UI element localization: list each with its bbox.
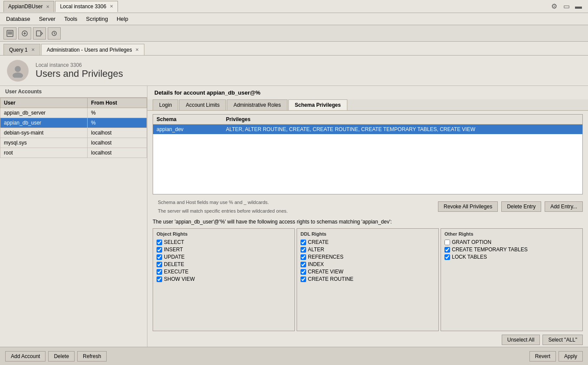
close-tab-appiandbuser[interactable]: ✕ <box>46 4 49 9</box>
revert-btn[interactable]: Revert <box>529 351 556 362</box>
other-rights-group: Other Rights GRANT OPTIONCREATE TEMPORAR… <box>441 228 583 331</box>
toolbar-btn-3[interactable] <box>33 27 46 39</box>
checkbox-grant-option[interactable] <box>444 240 450 245</box>
user-table-row[interactable]: appian_db_server% <box>0 108 147 118</box>
rights-groups: Object Rights SELECTINSERTUPDATEDELETEEX… <box>147 227 588 333</box>
host-cell: % <box>88 108 147 118</box>
menu-server[interactable]: Server <box>35 14 60 23</box>
checkbox-references[interactable] <box>301 254 306 260</box>
revoke-all-btn[interactable]: Revoke All Privileges <box>438 201 498 212</box>
add-account-btn[interactable]: Add Account <box>5 351 46 362</box>
ddl-rights-item[interactable]: INDEX <box>301 261 435 267</box>
inner-tab-account-limits[interactable]: Account Limits <box>179 99 226 110</box>
col-user: User <box>0 98 88 108</box>
access-note: The user 'appian_db_user'@'%' will have … <box>147 217 588 227</box>
window-icon[interactable]: ▬ <box>572 0 585 13</box>
schema-table-body: appian_devALTER, ALTER ROUTINE, CREATE, … <box>153 125 582 194</box>
delete-btn[interactable]: Delete <box>48 351 75 362</box>
checkbox-index[interactable] <box>301 262 306 267</box>
subtab-query1[interactable]: Query 1 ✕ <box>3 44 40 55</box>
ddl-rights-item[interactable]: CREATE <box>301 239 435 245</box>
page-header: Local instance 3306 Users and Privileges <box>0 56 588 86</box>
object-rights-item[interactable]: SELECT <box>157 239 291 245</box>
privileges-cell: ALTER, ALTER ROUTINE, CREATE, CREATE ROU… <box>222 125 582 134</box>
object-rights-item[interactable]: SHOW VIEW <box>157 276 291 282</box>
user-cell: mysql.sys <box>0 138 88 148</box>
details-header: Details for account appian_db_user@% <box>147 86 588 99</box>
menu-tools[interactable]: Tools <box>60 14 82 23</box>
close-admin[interactable]: ✕ <box>135 47 139 52</box>
schema-table: Schema Privileges <box>153 115 582 125</box>
close-query1[interactable]: ✕ <box>31 47 35 52</box>
panel-icon[interactable]: ▭ <box>560 0 572 13</box>
title-bar: AppianDBUser ✕ Local instance 3306 ✕ ⚙ ▭… <box>0 0 588 13</box>
menu-bar: Database Server Tools Scripting Help <box>0 13 588 25</box>
checkbox-create-temporary-tables[interactable] <box>444 247 450 253</box>
other-rights-item[interactable]: CREATE TEMPORARY TABLES <box>444 247 579 253</box>
checkbox-select[interactable] <box>157 240 162 245</box>
object-rights-item[interactable]: UPDATE <box>157 254 291 260</box>
user-table-row[interactable]: appian_db_user% <box>0 118 147 128</box>
col-host: From Host <box>88 98 147 108</box>
ddl-rights-item[interactable]: ALTER <box>301 247 435 253</box>
delete-entry-btn[interactable]: Delete Entry <box>501 201 541 212</box>
schema-data-table: appian_devALTER, ALTER ROUTINE, CREATE, … <box>153 125 582 134</box>
checkbox-show-view[interactable] <box>157 276 162 282</box>
user-table-row[interactable]: debian-sys-maintlocalhost <box>0 128 147 138</box>
other-rights-item[interactable]: LOCK TABLES <box>444 254 579 260</box>
close-tab-local[interactable]: ✕ <box>110 4 113 9</box>
select-all-btn[interactable]: Select "ALL" <box>542 335 583 345</box>
inner-tab-schema-privileges[interactable]: Schema Privileges <box>288 99 347 110</box>
refresh-btn[interactable]: Refresh <box>77 351 107 362</box>
checkbox-create-routine[interactable] <box>301 276 306 282</box>
user-table-row[interactable]: mysql.syslocalhost <box>0 138 147 148</box>
object-rights-item[interactable]: INSERT <box>157 247 291 253</box>
checkbox-delete[interactable] <box>157 262 162 267</box>
user-cell: debian-sys-maint <box>0 128 88 138</box>
apply-btn[interactable]: Apply <box>559 351 583 362</box>
checkbox-insert[interactable] <box>157 247 162 253</box>
object-rights-item[interactable]: DELETE <box>157 261 291 267</box>
bottom-bar: Add Account Delete Refresh Revert Apply <box>0 347 588 365</box>
schema-table-container: Schema Privileges appian_devALTER, ALTER… <box>153 114 583 194</box>
subtab-admin[interactable]: Administration - Users and Privileges ✕ <box>41 44 145 55</box>
add-entry-btn[interactable]: Add Entry... <box>545 201 583 212</box>
wildcard-note2: The server will match specific entries b… <box>153 207 434 215</box>
schema-table-row[interactable]: appian_devALTER, ALTER ROUTINE, CREATE, … <box>153 125 582 134</box>
inner-tab-login[interactable]: Login <box>153 99 178 110</box>
toolbar-btn-1[interactable] <box>3 27 16 39</box>
user-table: User From Host appian_db_server%appian_d… <box>0 98 147 158</box>
subtabs: Query 1 ✕ Administration - Users and Pri… <box>0 42 588 56</box>
menu-help[interactable]: Help <box>112 14 133 23</box>
menu-database[interactable]: Database <box>2 14 35 23</box>
other-rights-item[interactable]: GRANT OPTION <box>444 239 579 245</box>
checkbox-alter[interactable] <box>301 247 306 253</box>
left-panel: User Accounts User From Host appian_db_s… <box>0 86 147 347</box>
other-rights-title: Other Rights <box>444 231 579 237</box>
checkbox-update[interactable] <box>157 254 162 260</box>
inner-tabs: Login Account Limits Administrative Role… <box>147 99 588 111</box>
unselect-all-btn[interactable]: Unselect All <box>502 335 540 345</box>
checkbox-create-view[interactable] <box>301 269 306 275</box>
user-list: User From Host appian_db_server%appian_d… <box>0 98 147 347</box>
object-rights-item[interactable]: EXECUTE <box>157 269 291 275</box>
menu-scripting[interactable]: Scripting <box>82 14 112 23</box>
checkbox-lock-tables[interactable] <box>444 254 450 260</box>
user-cell: appian_db_server <box>0 108 88 118</box>
user-table-row[interactable]: rootlocalhost <box>0 148 147 158</box>
user-cell: root <box>0 148 88 158</box>
toolbar-btn-4[interactable] <box>48 27 61 39</box>
schema-cell: appian_dev <box>153 125 222 134</box>
tab-appiandbuser[interactable]: AppianDBUser ✕ <box>3 1 54 12</box>
ddl-rights-item[interactable]: CREATE VIEW <box>301 269 435 275</box>
toolbar-btn-2[interactable] <box>18 27 31 39</box>
svg-point-6 <box>15 66 21 72</box>
checkbox-execute[interactable] <box>157 269 162 275</box>
inner-tab-admin-roles[interactable]: Administrative Roles <box>227 99 287 110</box>
ddl-rights-item[interactable]: CREATE ROUTINE <box>301 276 435 282</box>
ddl-rights-item[interactable]: REFERENCES <box>301 254 435 260</box>
settings-icon[interactable]: ⚙ <box>548 0 560 13</box>
checkbox-create[interactable] <box>301 240 306 245</box>
ddl-rights-group: DDL Rights CREATEALTERREFERENCESINDEXCRE… <box>297 228 439 331</box>
tab-local-instance[interactable]: Local instance 3306 ✕ <box>55 1 118 12</box>
